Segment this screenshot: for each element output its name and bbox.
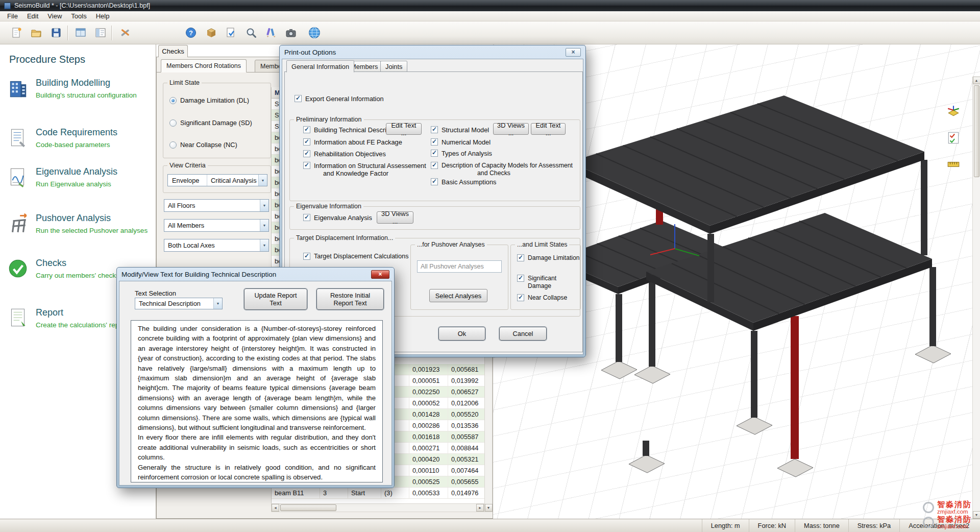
- table-row-beam-b11[interactable]: beam B113Start(3)0,0005330,014976: [272, 488, 485, 499]
- checkbox-icon: [303, 253, 310, 260]
- watermark: 智淼消防 zmjiaxf.com 智淼消防 zmjiaxf.com: [923, 500, 972, 529]
- new-file-icon[interactable]: [7, 24, 26, 41]
- cancel-button[interactable]: Cancel: [499, 327, 547, 341]
- status-stress: Stress: kPa: [848, 519, 899, 532]
- tab-joints[interactable]: Joints: [380, 61, 407, 72]
- sidebar-item-subtitle: Code-based parameters: [36, 141, 110, 149]
- chevron-down-icon[interactable]: [260, 220, 268, 231]
- open-folder-icon[interactable]: [27, 24, 45, 41]
- numerical-model-checkbox[interactable]: Numerical Model: [431, 138, 491, 146]
- sidebar-item-pushover-analysis[interactable]: Pushover Analysis Run the selected Pusho…: [6, 212, 153, 243]
- window-layout-icon[interactable]: [71, 24, 90, 41]
- radio-significant-damage[interactable]: Significant Damage (SD): [169, 119, 252, 127]
- viewport-scrollbar[interactable]: [972, 77, 980, 519]
- tab-checks[interactable]: Checks: [158, 45, 188, 57]
- damage-limitation-checkbox[interactable]: Damage Limitation: [517, 254, 580, 262]
- web-icon[interactable]: [305, 24, 324, 41]
- significant-damage-checkbox[interactable]: Significant Damage: [517, 275, 580, 290]
- chevron-down-icon[interactable]: [260, 239, 268, 251]
- 3d-views-button[interactable]: 3D Views ...: [377, 211, 413, 224]
- checkbox-icon: [431, 162, 438, 169]
- snapshot-icon[interactable]: [282, 24, 300, 41]
- scroll-left-icon[interactable]: [272, 504, 279, 512]
- update-report-text-button[interactable]: Update Report Text: [244, 288, 307, 310]
- edit-text-button[interactable]: Edit Text ...: [531, 123, 566, 135]
- status-force: Force: kN: [749, 519, 795, 532]
- scroll-up-icon[interactable]: [973, 77, 980, 84]
- sidebar-item-building-modelling[interactable]: Building Modelling Building's structural…: [6, 77, 153, 107]
- checkbox-icon: [303, 214, 310, 221]
- chevron-down-icon[interactable]: [260, 200, 268, 211]
- export-general-information-checkbox[interactable]: Export General Information: [295, 95, 384, 103]
- scroll-right-icon[interactable]: [476, 504, 484, 512]
- sidebar-item-subtitle: Run the selected Pushover analyses: [36, 227, 148, 234]
- help-icon[interactable]: ?: [182, 24, 200, 41]
- basic-assumptions-checkbox[interactable]: Basic Assumptions: [431, 178, 496, 186]
- status-bar: Length: m Force: kN Mass: tonne Stress: …: [0, 519, 980, 532]
- structural-model-checkbox[interactable]: Structural Model: [431, 126, 489, 134]
- members-filter[interactable]: All Members: [164, 219, 269, 232]
- save-icon[interactable]: [47, 24, 65, 41]
- technical-description-textarea[interactable]: The building under consideration is a {N…: [131, 320, 383, 482]
- menu-help[interactable]: Help: [91, 12, 114, 20]
- checkbox-icon: [517, 294, 524, 301]
- scrollbar-thumb[interactable]: [974, 85, 979, 177]
- sidebar-item-code-requirements[interactable]: Code Requirements Code-based parameters: [6, 126, 153, 157]
- edit-text-button[interactable]: Edit Text ...: [386, 123, 422, 135]
- menu-tools[interactable]: Tools: [66, 12, 91, 20]
- verify-icon[interactable]: [222, 24, 240, 41]
- types-of-analysis-checkbox[interactable]: Types of Analysis: [431, 150, 492, 157]
- menu-edit[interactable]: Edit: [22, 12, 43, 20]
- sidebar-item-subtitle: Carry out members' checks: [36, 272, 119, 279]
- close-icon[interactable]: [566, 48, 581, 57]
- radio-near-collapse[interactable]: Near Collapse (NC): [169, 141, 237, 149]
- sidebar-item-title: Eigenvalue Analysis: [36, 166, 117, 177]
- limit-states-group: ...and Limit States Damage Limitation Si…: [510, 245, 581, 310]
- scroll-down-icon[interactable]: [485, 504, 493, 512]
- target-displacement-calculations-checkbox[interactable]: Target Displacement Calculations: [303, 253, 409, 260]
- eigenvalue-analysis-checkbox[interactable]: Eigenvalue Analysis: [303, 214, 372, 222]
- information-about-fe-package-checkbox[interactable]: Information about FE Package: [303, 138, 402, 146]
- sidebar-item-subtitle: Building's structural configuration: [36, 91, 137, 99]
- eigenvalue-icon: [6, 165, 30, 189]
- checkbox-icon: [303, 162, 310, 169]
- ruler-icon[interactable]: [944, 155, 963, 174]
- pushover-analyses-input[interactable]: All Pushover Analyses: [417, 260, 502, 273]
- view-criteria-select[interactable]: Envelope Critical Analysis: [167, 174, 267, 186]
- text-selection-select[interactable]: Technical Description: [135, 298, 223, 309]
- chevron-down-icon[interactable]: [258, 175, 267, 186]
- sidebar-item-eigenvalue-analysis[interactable]: Eigenvalue Analysis Run Eigenvalue analy…: [6, 165, 153, 196]
- radio-damage-limitation[interactable]: Damage Limitation (DL): [169, 96, 249, 104]
- scroll-down-icon[interactable]: [973, 511, 980, 519]
- select-analyses-button[interactable]: Select Analyses: [429, 289, 487, 302]
- floors-filter[interactable]: All Floors: [164, 199, 269, 212]
- 3d-views-icon[interactable]: [944, 102, 963, 120]
- radio-icon: [169, 141, 177, 149]
- scrollbar-thumb[interactable]: [280, 504, 336, 511]
- sidebar-item-title: Building Modelling: [36, 78, 110, 88]
- rehabilitation-objectives-checkbox[interactable]: Rehabilitation Objectives: [303, 150, 386, 158]
- table-horizontal-scrollbar[interactable]: [271, 503, 484, 512]
- menu-file[interactable]: File: [3, 12, 22, 20]
- chevron-down-icon[interactable]: [213, 298, 222, 309]
- capacity-models-checkbox[interactable]: Description of Capacity Models for Asses…: [431, 162, 573, 177]
- tab-general-information[interactable]: General Information: [286, 60, 354, 72]
- tools-icon[interactable]: [115, 24, 135, 41]
- sidebar-heading: Procedure Steps: [9, 54, 85, 65]
- restore-initial-report-text-button[interactable]: Restore Initial Report Text: [316, 288, 384, 310]
- close-icon[interactable]: [371, 270, 389, 279]
- package-icon[interactable]: [202, 24, 220, 41]
- axes-filter[interactable]: Both Local Axes: [164, 239, 269, 252]
- structural-assessment-checkbox[interactable]: Information on Structural Assessementand…: [303, 162, 426, 177]
- menu-view[interactable]: View: [43, 12, 66, 20]
- code-requirements-icon: [6, 126, 30, 150]
- ok-button[interactable]: Ok: [438, 327, 485, 341]
- report-view-icon[interactable]: [91, 24, 110, 41]
- search-icon[interactable]: [242, 24, 260, 41]
- checks-list-icon[interactable]: [944, 129, 963, 147]
- modify-text-dialog: Modify/View Text for Building Technical …: [116, 267, 395, 488]
- edit-pencils-icon[interactable]: [262, 24, 280, 41]
- near-collapse-checkbox[interactable]: Near Collapse: [517, 294, 567, 302]
- 3d-views-button[interactable]: 3D Views ...: [493, 123, 529, 135]
- tab-members-chord-rotations[interactable]: Members Chord Rotations: [161, 59, 247, 72]
